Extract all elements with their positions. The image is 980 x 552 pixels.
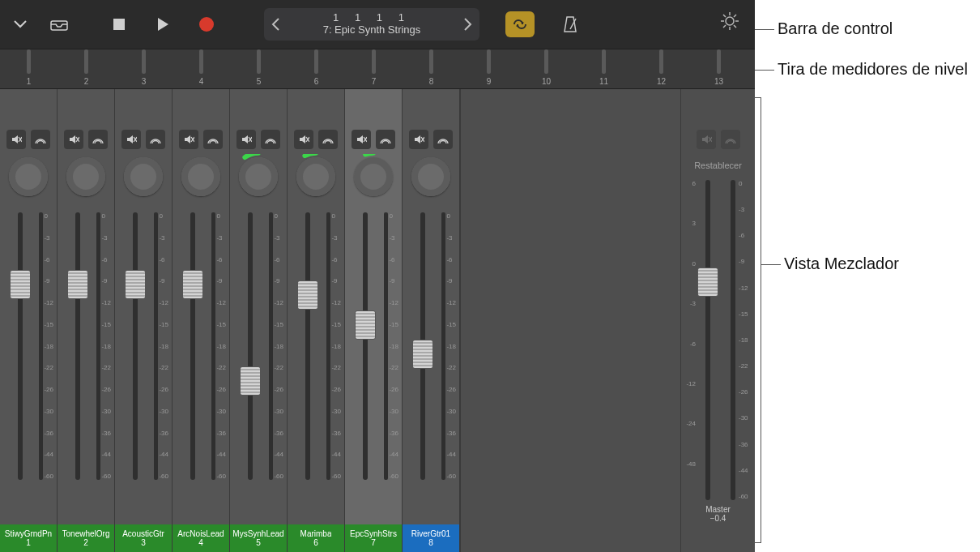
meter-cell[interactable]: 12 [633, 49, 690, 88]
channel-meter [154, 212, 158, 480]
mute-button[interactable] [6, 130, 26, 149]
pan-knob[interactable] [239, 157, 278, 196]
svg-rect-0 [51, 21, 67, 30]
fader-thumb[interactable] [182, 270, 203, 299]
fader-track[interactable] [18, 212, 23, 480]
metronome-button[interactable] [557, 11, 583, 37]
pan-knob[interactable] [354, 157, 393, 196]
annotation-meter-strip: Tira de medidores de nivel [778, 60, 968, 79]
pan-knob[interactable] [124, 157, 163, 196]
mute-button[interactable] [236, 130, 256, 149]
fader-track[interactable] [305, 212, 310, 480]
meter-cell[interactable]: 2 [58, 49, 115, 88]
position-readout: 1 1 1 1 [333, 12, 411, 24]
meter-cell[interactable]: 7 [345, 49, 403, 88]
meter-cell[interactable]: 5 [230, 49, 288, 88]
solo-button[interactable] [31, 130, 50, 149]
channel-label[interactable]: MysSynhLead5 [230, 524, 287, 552]
solo-button[interactable] [318, 130, 338, 149]
fader-track[interactable] [363, 212, 368, 480]
svg-rect-1 [113, 19, 125, 30]
channel-label[interactable]: TonewhelOrg2 [58, 524, 114, 552]
channel-label[interactable]: RiverGtr018 [403, 524, 459, 552]
meter-cell[interactable]: 3 [115, 49, 173, 88]
solo-button[interactable] [88, 130, 108, 149]
mute-button[interactable] [179, 130, 198, 149]
play-button[interactable] [152, 14, 173, 35]
channel-meter [384, 212, 388, 480]
mute-button[interactable] [294, 130, 313, 149]
pan-knob[interactable] [66, 157, 105, 196]
channel-strip[interactable]: 0-3-6-9-12-15-18-22-26-30-36-44-60StiwyG… [0, 89, 58, 552]
mute-button[interactable] [121, 130, 141, 149]
channel-meter [39, 212, 43, 480]
master-label: Master −0.4 [681, 500, 755, 528]
master-fader[interactable]: 630-3-6-12-24-48 0-3-6-9-12-15-18-22-26-… [681, 180, 755, 500]
channel-label[interactable]: EpcSynhStrs7 [345, 524, 402, 552]
control-bar: 1 1 1 1 7: Epic Synth Strings [0, 0, 755, 49]
menu-triangle-icon[interactable] [10, 14, 31, 35]
solo-button[interactable] [433, 130, 453, 149]
fader-thumb[interactable] [355, 310, 376, 340]
solo-button[interactable] [376, 130, 395, 149]
pan-knob[interactable] [411, 157, 450, 196]
meter-cell[interactable]: 1 [0, 49, 58, 88]
solo-button[interactable] [203, 130, 223, 149]
meter-cell[interactable]: 9 [460, 49, 518, 88]
fader-thumb[interactable] [297, 280, 318, 310]
fader-track[interactable] [190, 212, 195, 480]
stop-button[interactable] [109, 14, 130, 35]
fader-track[interactable] [133, 212, 138, 480]
channel-strip[interactable]: 0-3-6-9-12-15-18-22-26-30-36-44-60EpcSyn… [345, 89, 403, 552]
meter-cell[interactable]: 13 [690, 49, 748, 88]
channel-label[interactable]: AcousticGtr3 [115, 524, 172, 552]
channel-strip[interactable]: 0-3-6-9-12-15-18-22-26-30-36-44-60MysSyn… [230, 89, 288, 552]
cycle-button[interactable] [505, 11, 535, 37]
record-button[interactable] [196, 14, 217, 35]
channel-strip[interactable]: 0-3-6-9-12-15-18-22-26-30-36-44-60Tonewh… [58, 89, 115, 552]
solo-button[interactable] [146, 130, 165, 149]
fader-thumb[interactable] [10, 270, 31, 299]
master-solo-icon [721, 130, 740, 149]
prev-patch-button[interactable] [264, 8, 287, 41]
pan-knob[interactable] [296, 157, 335, 196]
meter-cell[interactable]: 4 [173, 49, 230, 88]
annotations: Barra de control Tira de medidores de ni… [755, 0, 980, 552]
meter-cell[interactable]: 11 [575, 49, 633, 88]
channel-strip[interactable]: 0-3-6-9-12-15-18-22-26-30-36-44-60ArcNoi… [173, 89, 230, 552]
fader-thumb[interactable] [412, 340, 433, 369]
mute-button[interactable] [352, 130, 371, 149]
channel-strip[interactable]: 0-3-6-9-12-15-18-22-26-30-36-44-60RiverG… [403, 89, 460, 552]
inbox-icon[interactable] [49, 14, 70, 35]
channel-label[interactable]: ArcNoisLead4 [173, 524, 229, 552]
bracket-mixer [753, 97, 761, 543]
channel-label[interactable]: StiwyGrndPn1 [0, 524, 57, 552]
fader-track[interactable] [248, 212, 253, 480]
meter-cell[interactable]: 8 [403, 49, 460, 88]
master-fader-thumb[interactable] [697, 267, 718, 297]
settings-gear-icon[interactable] [721, 12, 745, 36]
channel-strip[interactable]: 0-3-6-9-12-15-18-22-26-30-36-44-60Acoust… [115, 89, 173, 552]
fader-thumb[interactable] [125, 270, 146, 299]
app-window: 1 1 1 1 7: Epic Synth Strings 1234567891… [0, 0, 755, 552]
meter-cell[interactable]: 10 [518, 49, 575, 88]
mute-button[interactable] [409, 130, 428, 149]
fader-thumb[interactable] [240, 366, 261, 396]
master-channel: Restablecer 630-3-6-12-24-48 0-3-6-9-12-… [680, 89, 755, 552]
reset-label[interactable]: Restablecer [694, 160, 742, 170]
annotation-control-bar: Barra de control [778, 19, 893, 38]
meter-cell[interactable]: 6 [288, 49, 345, 88]
solo-button[interactable] [261, 130, 280, 149]
mixer-empty-area: Restablecer 630-3-6-12-24-48 0-3-6-9-12-… [460, 89, 755, 552]
channel-meter [96, 212, 100, 480]
pan-knob[interactable] [9, 157, 48, 196]
fader-thumb[interactable] [67, 270, 88, 299]
mute-button[interactable] [64, 130, 83, 149]
annotation-mixer-view: Vista Mezclador [784, 255, 899, 273]
channel-label[interactable]: Marimba6 [288, 524, 344, 552]
next-patch-button[interactable] [457, 8, 479, 41]
lcd-display: 1 1 1 1 7: Epic Synth Strings [264, 8, 479, 41]
pan-knob[interactable] [181, 157, 220, 196]
channel-strip[interactable]: 0-3-6-9-12-15-18-22-26-30-36-44-60Marimb… [288, 89, 345, 552]
fader-track[interactable] [75, 212, 80, 480]
